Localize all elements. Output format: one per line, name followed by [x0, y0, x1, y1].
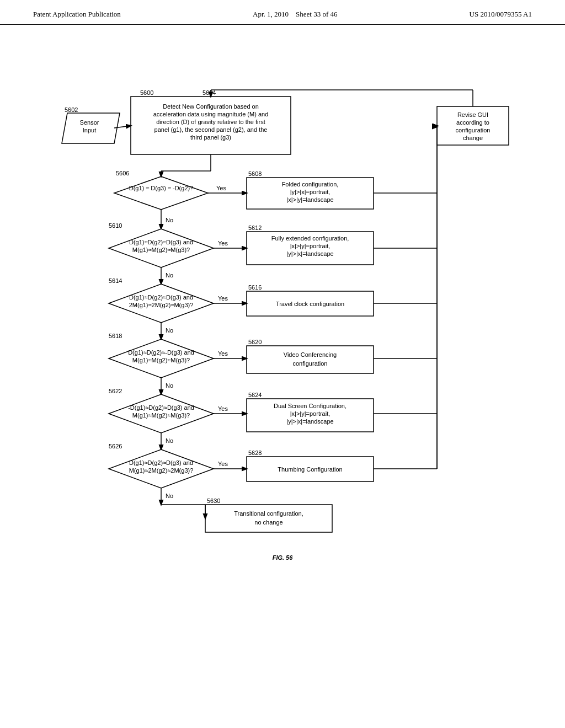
fig-label: FIG. 56 — [273, 554, 294, 561]
folded-text1: Folded configuration, — [282, 181, 339, 188]
yes-label-5626: Yes — [218, 461, 228, 467]
fullext-text3: |y|>|x|=landscape — [286, 250, 333, 257]
label-5614: 5614 — [109, 277, 122, 284]
main-text5: third panel (g3) — [190, 134, 231, 141]
fullext-text1: Fully extended configuration, — [271, 235, 349, 242]
dual-text3: |y|>|x|=landscape — [286, 418, 333, 425]
revise-text2: according to — [456, 119, 489, 126]
video-text2: configuration — [293, 360, 328, 367]
main-text2: acceleration data using magnitude (M) an… — [153, 111, 269, 117]
no-label-5610: No — [166, 272, 173, 279]
trans-text1: Transitional configuration, — [234, 510, 303, 517]
yes-label-5606: Yes — [216, 185, 226, 191]
sensor-input-text2: Input — [83, 127, 96, 133]
d5626-text1: D(g1)≈D(g2)≈D(g3) and — [129, 459, 193, 466]
no-label-5614: No — [166, 327, 173, 334]
d5618-text1: D(g1)≈D(g2)≈-D(g3) and — [128, 349, 194, 356]
header-middle: Apr. 1, 2010 Sheet 33 of 46 — [253, 10, 337, 19]
yes-label-5618: Yes — [218, 350, 228, 357]
trans-text2: no change — [254, 519, 282, 526]
no-label-5618: No — [166, 382, 173, 389]
label-5602: 5602 — [65, 106, 78, 113]
flowchart: Sensor Input 5602 Detect New Configurati… — [33, 41, 532, 681]
d5610-text1: D(g1)≈D(g2)≈D(g3) and — [129, 239, 193, 245]
label-5612: 5612 — [248, 224, 262, 231]
sensor-input-text: Sensor — [80, 119, 99, 126]
label-5622: 5622 — [109, 388, 122, 394]
label-5620: 5620 — [248, 339, 262, 345]
d5614-text1: D(g1)≈D(g2)≈D(g3) and — [129, 294, 193, 301]
no-label-5626: No — [166, 493, 173, 499]
label-5630: 5630 — [207, 497, 220, 504]
d5606-text1: D(g1) ≈ D(g3) ≈ -D(g2)? — [129, 185, 194, 191]
d5622-text1: -D(g1)≈D(g2)≈D(g3) and — [128, 404, 194, 411]
video-text1: Video Conferencing — [284, 351, 337, 358]
trans-box — [205, 505, 332, 532]
travel-text1: Travel clock configuration — [276, 301, 344, 307]
diamond-5606 — [114, 176, 208, 210]
label-5616: 5616 — [248, 284, 262, 291]
label-5604: 5604 — [202, 89, 216, 96]
flowchart-svg: Sensor Input 5602 Detect New Configurati… — [34, 41, 531, 681]
label-5608: 5608 — [248, 170, 262, 177]
d5614-text2: 2M(g1)≈2M(g2)≈M(g3)? — [129, 302, 194, 308]
d5610-text2: M(g1)≈M(g2)≈M(g3)? — [132, 247, 190, 253]
header-left: Patent Application Publication — [33, 10, 121, 19]
fullext-text2: |x|>|y|=portrait, — [290, 243, 331, 249]
yes-label-5610: Yes — [218, 240, 228, 247]
label-5626: 5626 — [109, 443, 122, 449]
header-right: US 2010/0079355 A1 — [470, 10, 532, 19]
no-label-5606: No — [166, 217, 173, 223]
diagram-area: Sensor Input 5602 Detect New Configurati… — [0, 25, 565, 692]
page-header: Patent Application Publication Apr. 1, 2… — [0, 0, 565, 25]
dual-text2: |x|>|y|=portrait, — [290, 410, 331, 417]
revise-text1: Revise GUI — [457, 111, 488, 118]
label-5600: 5600 — [140, 89, 153, 96]
main-text4: panel (g1), the second panel (g2), and t… — [154, 126, 268, 133]
d5622-text2: M(g1)≈M(g2)≈M(g3)? — [132, 412, 190, 419]
label-5628: 5628 — [248, 449, 262, 456]
video-box — [247, 346, 374, 373]
label-5618: 5618 — [109, 333, 122, 339]
label-5624: 5624 — [248, 392, 262, 398]
no-label-5622: No — [166, 437, 173, 444]
dual-text1: Dual Screen Configuration, — [274, 403, 347, 409]
d5626-text2: M(g1)≈2M(g2)≈2M(g3)? — [129, 467, 194, 474]
d5618-text2: M(g1)≈M(g2)≈M(g3)? — [132, 357, 190, 363]
label-5610: 5610 — [109, 222, 122, 229]
yes-label-5622: Yes — [218, 405, 228, 412]
main-text1: Detect New Configuration based on — [163, 103, 259, 110]
folded-text3: |x|>|y|=landscape — [286, 196, 333, 203]
main-text3: direction (D) of gravity relative to the… — [156, 119, 265, 125]
thumb-text1: Thumbing Configuration — [278, 466, 342, 473]
yes-label-5614: Yes — [218, 295, 228, 302]
revise-text3: configuration — [456, 127, 491, 133]
folded-text2: |y|>|x|=portrait, — [290, 189, 331, 195]
revise-text4: change — [463, 135, 483, 141]
label-5606: 5606 — [116, 170, 129, 176]
